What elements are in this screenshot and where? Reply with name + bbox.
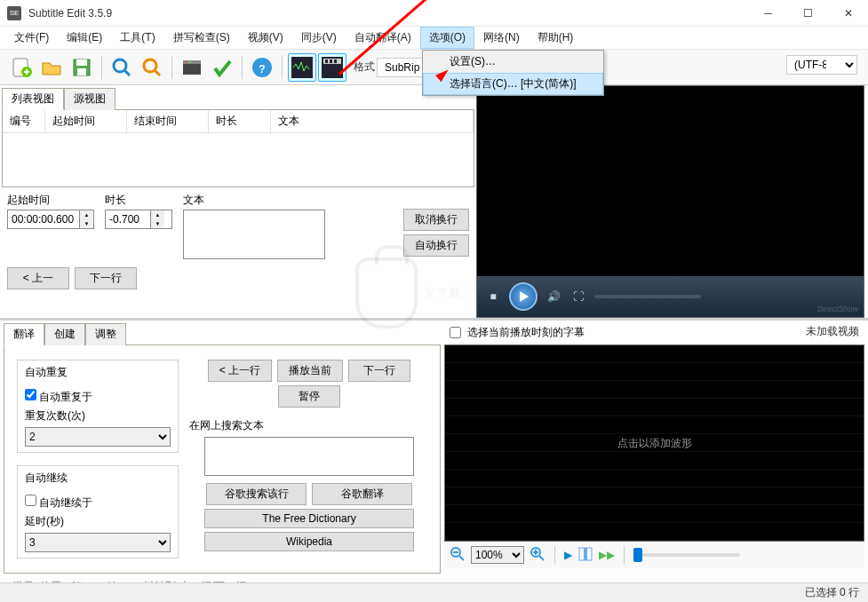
prev-line-button[interactable]: < 上一 bbox=[7, 267, 69, 289]
auto-repeat-checkbox[interactable] bbox=[25, 389, 36, 400]
waveform-icon[interactable] bbox=[288, 53, 316, 82]
dropdown-settings[interactable]: 设置(S)… bbox=[423, 51, 603, 73]
svg-rect-17 bbox=[330, 59, 332, 63]
tab-adjust[interactable]: 调整 bbox=[85, 323, 126, 345]
waveform-placeholder: 点击以添加波形 bbox=[617, 436, 692, 451]
start-time-spinner[interactable]: ▲▼ bbox=[7, 210, 94, 229]
google-translate-button[interactable]: 谷歌翻译 bbox=[312, 483, 412, 505]
title-bar: SE Subtitle Edit 3.5.9 ─ ☐ ✕ bbox=[0, 0, 868, 27]
play-button[interactable] bbox=[509, 282, 538, 311]
pause-button[interactable]: 暂停 bbox=[278, 385, 340, 408]
start-time-label: 起始时间 bbox=[7, 193, 94, 208]
google-search-button[interactable]: 谷歌搜索该行 bbox=[206, 483, 307, 505]
duration-input[interactable] bbox=[106, 210, 150, 228]
menu-edit[interactable]: 编辑(E) bbox=[58, 27, 111, 49]
waveform-canvas[interactable]: 点击以添加波形 bbox=[444, 345, 864, 542]
zoom-out-icon[interactable] bbox=[450, 546, 466, 565]
auto-continue-checkbox[interactable] bbox=[25, 495, 36, 506]
dropdown-language[interactable]: 选择语言(C)… [中文(简体)] bbox=[423, 73, 603, 95]
svg-point-5 bbox=[114, 59, 126, 72]
tab-create[interactable]: 创建 bbox=[44, 323, 85, 345]
subtitle-text-input[interactable] bbox=[183, 210, 325, 259]
th-end[interactable]: 结束时间 bbox=[127, 110, 209, 132]
auto-continue-group: 自动继续 自动继续于 延时(秒) 3 bbox=[17, 465, 179, 558]
menu-tools[interactable]: 工具(T) bbox=[111, 27, 163, 49]
svg-point-6 bbox=[144, 59, 156, 72]
next-line-button-2[interactable]: 下一行 bbox=[348, 360, 410, 382]
video-icon[interactable] bbox=[318, 53, 346, 82]
menu-file[interactable]: 文件(F) bbox=[5, 27, 58, 49]
zoom-select[interactable]: 100% bbox=[471, 546, 524, 564]
wave-speed-slider[interactable] bbox=[633, 553, 740, 557]
arrow-down-icon[interactable]: ▼ bbox=[80, 219, 93, 228]
wikipedia-button[interactable]: Wikipedia bbox=[204, 532, 414, 551]
new-file-icon[interactable] bbox=[7, 53, 36, 82]
menu-spell[interactable]: 拼写检查(S) bbox=[164, 27, 239, 49]
select-sub-at-time-checkbox[interactable] bbox=[450, 327, 461, 338]
cancel-wrap-button[interactable]: 取消换行 bbox=[403, 209, 469, 231]
visual-sync-icon[interactable] bbox=[178, 53, 206, 82]
menu-video[interactable]: 视频(V) bbox=[239, 27, 292, 49]
wave-play-icon[interactable]: ▶ bbox=[564, 549, 572, 561]
tab-translate[interactable]: 翻译 bbox=[4, 323, 44, 345]
repeat-count-select[interactable]: 2 bbox=[25, 427, 171, 447]
svg-rect-3 bbox=[76, 59, 87, 66]
app-icon: SE bbox=[7, 6, 21, 20]
svg-point-10 bbox=[189, 61, 191, 63]
auto-repeat-title: 自动重复 bbox=[21, 365, 71, 380]
tab-listview[interactable]: 列表视图 bbox=[2, 88, 64, 110]
th-num[interactable]: 编号 bbox=[3, 110, 45, 132]
menu-bar: 文件(F) 编辑(E) 工具(T) 拼写检查(S) 视频(V) 同步(V) 自动… bbox=[0, 27, 868, 50]
prev-line-button-2[interactable]: < 上一行 bbox=[208, 360, 272, 382]
text-label: 文本 bbox=[183, 193, 393, 208]
svg-rect-18 bbox=[334, 59, 337, 63]
next-line-button[interactable]: 下一行 bbox=[75, 267, 137, 289]
maximize-button[interactable]: ☐ bbox=[788, 0, 828, 27]
menu-sync[interactable]: 同步(V) bbox=[292, 27, 346, 49]
free-dictionary-button[interactable]: The Free Dictionary bbox=[204, 509, 414, 528]
th-text[interactable]: 文本 bbox=[271, 110, 474, 132]
menu-help[interactable]: 帮助(H) bbox=[529, 27, 583, 49]
th-start[interactable]: 起始时间 bbox=[45, 110, 127, 132]
auto-repeat-group: 自动重复 自动重复于 重复次数(次) 2 bbox=[17, 360, 179, 453]
tab-sourceview[interactable]: 源视图 bbox=[64, 88, 115, 110]
duration-spinner[interactable]: ▲▼ bbox=[105, 210, 172, 229]
mute-icon[interactable]: 🔊 bbox=[545, 288, 562, 305]
stop-icon[interactable]: ■ bbox=[484, 288, 502, 305]
svg-text:?: ? bbox=[259, 63, 265, 75]
encoding-select[interactable]: (UTF-8) bbox=[786, 55, 857, 75]
delay-select[interactable]: 3 bbox=[25, 533, 171, 552]
play-current-button[interactable]: 播放当前 bbox=[277, 360, 343, 382]
menu-options[interactable]: 选项(O) bbox=[420, 27, 474, 49]
video-player: ■ 🔊 ⛶ DirectShow bbox=[476, 85, 864, 318]
delay-label: 延时(秒) bbox=[25, 514, 171, 529]
minimize-button[interactable]: ─ bbox=[748, 0, 788, 27]
th-dur[interactable]: 时长 bbox=[209, 110, 271, 132]
close-button[interactable]: ✕ bbox=[828, 0, 868, 27]
spellcheck-icon[interactable] bbox=[208, 53, 236, 82]
status-bar: 已选择 0 行 bbox=[0, 582, 868, 602]
save-file-icon[interactable] bbox=[68, 53, 96, 82]
menu-autotranslate[interactable]: 自动翻译(A) bbox=[346, 27, 420, 49]
menu-network[interactable]: 网络(N) bbox=[474, 27, 529, 49]
volume-slider[interactable] bbox=[594, 295, 701, 298]
waveform-toolbar: 100% ▶ ▶▶ bbox=[444, 542, 864, 568]
wave-next-icon[interactable]: ▶▶ bbox=[599, 549, 615, 561]
fullscreen-icon[interactable]: ⛶ bbox=[569, 288, 587, 305]
help-icon[interactable]: ? bbox=[248, 53, 276, 82]
subtitle-table[interactable]: 编号 起始时间 结束时间 时长 文本 bbox=[2, 110, 474, 187]
arrow-down-icon[interactable]: ▼ bbox=[151, 219, 164, 228]
svg-rect-16 bbox=[325, 59, 328, 63]
replace-icon[interactable] bbox=[138, 53, 166, 82]
video-canvas[interactable] bbox=[477, 86, 864, 274]
open-file-icon[interactable] bbox=[37, 53, 66, 82]
wave-pos-icon[interactable] bbox=[577, 546, 593, 565]
repeat-count-label: 重复次数(次) bbox=[25, 408, 171, 424]
start-time-input[interactable] bbox=[8, 210, 79, 228]
arrow-up-icon[interactable]: ▲ bbox=[80, 210, 93, 219]
search-web-input[interactable] bbox=[204, 437, 414, 476]
auto-wrap-button[interactable]: 自动换行 bbox=[403, 234, 469, 257]
zoom-in-icon[interactable] bbox=[530, 546, 545, 565]
find-icon[interactable] bbox=[108, 53, 136, 82]
arrow-up-icon[interactable]: ▲ bbox=[151, 210, 164, 219]
